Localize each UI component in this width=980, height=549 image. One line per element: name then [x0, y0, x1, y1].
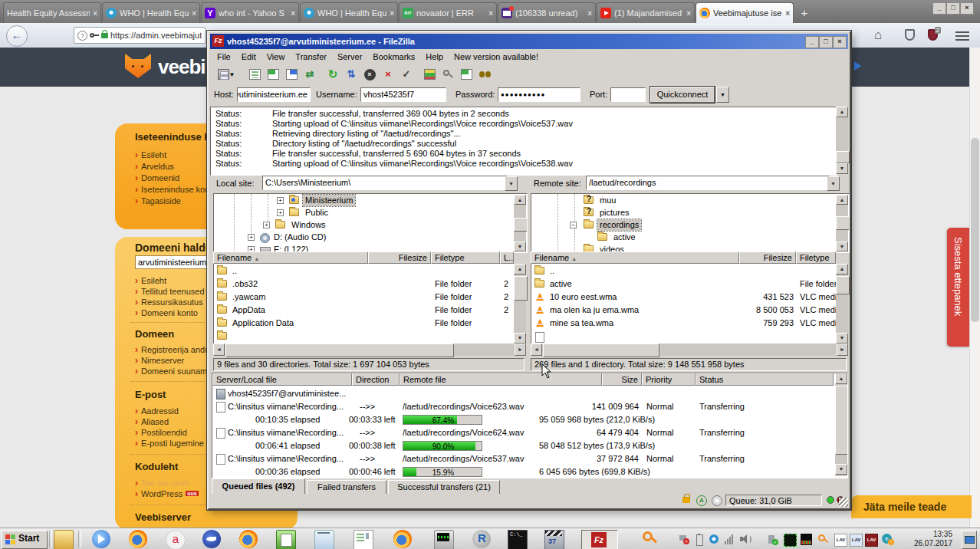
- scrollbar-thumb[interactable]: [836, 151, 850, 163]
- leave-message-button[interactable]: Jäta meile teade: [851, 495, 972, 518]
- menu-hamburger-icon[interactable]: [955, 31, 969, 41]
- scroll-down-button[interactable]: ▼: [836, 242, 848, 251]
- sidebar-link[interactable]: ›Tellitud teenused: [135, 286, 205, 297]
- disconnect-button[interactable]: ×: [379, 66, 397, 83]
- file-row-partial[interactable]: [214, 330, 513, 343]
- column-server-local[interactable]: Server/Local file: [212, 373, 352, 386]
- sidebar-link[interactable]: ›Ressursikasutus: [135, 297, 203, 307]
- scroll-up-button[interactable]: ▲: [836, 195, 848, 205]
- close-icon[interactable]: ×: [390, 9, 394, 18]
- toggle-local-tree-button[interactable]: [264, 66, 282, 83]
- tree-item-pictures[interactable]: ?pictures: [531, 207, 838, 219]
- menu-view[interactable]: View: [261, 51, 291, 64]
- media-player-icon[interactable]: [92, 530, 110, 548]
- combo-dropdown-button[interactable]: ▼: [505, 176, 518, 191]
- password-input[interactable]: ●●●●●●●●●●: [498, 87, 580, 102]
- tree-item-active[interactable]: active: [531, 232, 838, 243]
- close-icon[interactable]: ×: [291, 9, 295, 18]
- sidebar-link[interactable]: ›Esileht: [135, 275, 166, 286]
- seamonkey-icon[interactable]: [202, 530, 221, 548]
- tab-youtube[interactable]: (1) Majandamised×: [597, 2, 695, 23]
- scroll-up-button[interactable]: ▲: [836, 107, 848, 117]
- scroll-left-button[interactable]: ◄: [213, 344, 225, 356]
- site-manager-button[interactable]: ▼: [213, 66, 239, 83]
- taskbar-clock[interactable]: 13:35 26.07.2017: [914, 530, 952, 548]
- file-row-partial[interactable]: [531, 330, 835, 343]
- tab-successful-transfers[interactable]: Successful transfers (21): [388, 480, 500, 494]
- volume-tray-icon[interactable]: [739, 534, 751, 545]
- scroll-left-button[interactable]: ◄: [531, 344, 542, 356]
- lav-splitter-tray-icon[interactable]: LAV: [834, 534, 847, 547]
- file-manager-icon[interactable]: [54, 530, 74, 549]
- close-icon[interactable]: ×: [488, 9, 493, 18]
- sidebar-link[interactable]: ›Postiloendid: [135, 427, 187, 438]
- browser-close-button[interactable]: ×: [960, 2, 974, 15]
- scroll-right-button[interactable]: ►: [515, 344, 526, 356]
- sidebar-link-arveldus[interactable]: ›Arveldus: [135, 161, 174, 172]
- tree-item-d-drive[interactable]: + D: (Audio CD): [214, 232, 521, 243]
- browser-minimize-button[interactable]: _: [932, 2, 946, 15]
- minimize-button[interactable]: _: [805, 36, 819, 48]
- tab-novaator[interactable]: errnovaator | ERR×: [399, 2, 497, 23]
- close-icon[interactable]: ×: [785, 9, 790, 18]
- scrollbar-thumb[interactable]: [543, 344, 659, 357]
- tree-scrollbar[interactable]: ▲ ▼: [836, 195, 848, 251]
- resize-grip[interactable]: [839, 498, 848, 507]
- column-filesize[interactable]: Filesize: [739, 251, 796, 264]
- tab-health-equity[interactable]: Health Equity Assessm×: [3, 2, 101, 23]
- column-remote-file[interactable]: Remote file: [400, 373, 602, 386]
- tree-item-public[interactable]: + Public: [214, 207, 521, 219]
- sidebar-link-konto[interactable]: ›Iseteeninduse konto: [135, 184, 216, 195]
- queue-scrollbar[interactable]: ▲ ▼: [835, 373, 847, 476]
- toggle-remote-tree-button[interactable]: [282, 66, 301, 83]
- scrollbar-thumb[interactable]: [225, 344, 454, 357]
- column-priority[interactable]: Priority: [642, 373, 696, 386]
- feedback-tab[interactable]: Sisesta ettepanek: [947, 228, 969, 347]
- tab-veebimajutus-active[interactable]: Veebimajutuse ise×: [696, 2, 794, 23]
- url-bar[interactable]: ? https://admin.veebimajutus.ee/ind: [74, 27, 206, 44]
- firefox-icon[interactable]: [239, 530, 258, 548]
- text-editor-icon[interactable]: [276, 530, 296, 549]
- sidebar-link[interactable]: ›Aliased: [135, 416, 169, 427]
- tab-who-1[interactable]: WHO | Health Equ×: [102, 2, 200, 23]
- h-scrollbar[interactable]: ◄ ►: [213, 344, 526, 356]
- scroll-up-button[interactable]: ▲: [835, 373, 847, 384]
- port-input[interactable]: [610, 87, 646, 102]
- file-row[interactable]: .yawcamFile folder2: [214, 291, 513, 304]
- column-status[interactable]: Status: [696, 373, 834, 386]
- tree-item-windows[interactable]: + Windows: [214, 219, 521, 231]
- file-row[interactable]: ..: [214, 265, 513, 278]
- scroll-up-button[interactable]: ▲: [836, 264, 848, 274]
- aimp-icon[interactable]: a: [166, 530, 186, 549]
- show-desktop-button[interactable]: [962, 531, 977, 549]
- firefox-icon[interactable]: [129, 530, 147, 548]
- scroll-down-button[interactable]: ▼: [514, 333, 526, 344]
- new-tab-button[interactable]: +: [794, 4, 814, 22]
- tree-item-recordings[interactable]: −recordings: [531, 219, 838, 231]
- synchronized-browsing-button[interactable]: [457, 66, 475, 83]
- column-filesize[interactable]: Filesize: [368, 251, 431, 264]
- file-row[interactable]: Application DataFile folder: [214, 317, 513, 330]
- column-filename[interactable]: Filename ▲: [531, 251, 739, 264]
- toggle-log-button[interactable]: [245, 66, 264, 83]
- list-scrollbar[interactable]: ▲ ▼: [514, 264, 526, 344]
- menu-bookmarks[interactable]: Bookmarks: [367, 51, 420, 64]
- tree-item-ministeerium[interactable]: + Ministeerium: [214, 195, 521, 206]
- queue-transfer-row[interactable]: C:\linsitus viimane\Recording... -->> /l…: [212, 452, 832, 465]
- scroll-up-button[interactable]: ▲: [514, 195, 526, 205]
- tab-who-2[interactable]: WHO | Health Equ×: [300, 2, 398, 23]
- file-row[interactable]: 10 euro eest.wma431 523VLC media: [531, 291, 835, 304]
- quickconnect-button[interactable]: Quickconnect: [650, 87, 715, 103]
- sidebar-link-domeenid[interactable]: ›Domeenid: [135, 173, 179, 183]
- menu-help[interactable]: Help: [420, 51, 449, 64]
- column-size[interactable]: Size: [602, 373, 642, 386]
- media-player-classic-icon[interactable]: 37: [544, 530, 564, 549]
- column-filetype[interactable]: Filetype: [431, 251, 500, 264]
- list-scrollbar[interactable]: ▲ ▼: [836, 264, 848, 344]
- close-icon[interactable]: ×: [192, 9, 196, 18]
- notepad-icon[interactable]: [314, 530, 334, 549]
- firefox-icon[interactable]: [393, 530, 412, 548]
- sidebar-link-disabled[interactable]: ›Tee-ise-veeb: [135, 478, 189, 488]
- media-tray-icon[interactable]: [709, 534, 720, 545]
- maximize-button[interactable]: □: [819, 36, 833, 48]
